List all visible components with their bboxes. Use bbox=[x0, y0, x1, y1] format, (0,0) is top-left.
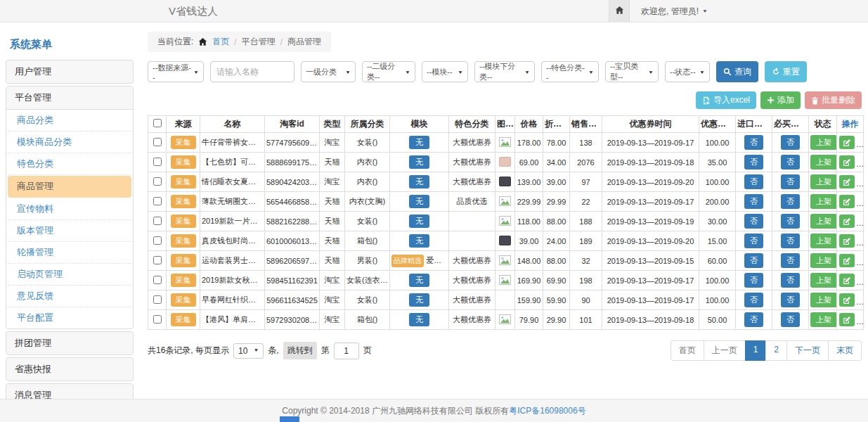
row-checkbox[interactable] bbox=[153, 315, 162, 324]
must-buy-toggle[interactable]: 否 bbox=[781, 155, 800, 170]
sidebar-group-header[interactable]: 省惠快报 bbox=[6, 358, 133, 381]
icp-link[interactable]: 粤ICP备16098006号 bbox=[509, 405, 585, 417]
goods-name: 2019新款女秋薄款... bbox=[200, 271, 265, 290]
edit-button[interactable] bbox=[839, 195, 855, 208]
sidebar-group-header[interactable]: 消息管理 bbox=[6, 384, 133, 399]
must-buy-toggle[interactable]: 否 bbox=[781, 293, 800, 307]
name-search-input[interactable] bbox=[210, 61, 294, 82]
page-button-2[interactable]: 2 bbox=[765, 340, 787, 361]
edit-button[interactable] bbox=[839, 215, 855, 228]
page-jump-input[interactable] bbox=[334, 343, 359, 359]
must-buy-toggle[interactable]: 否 bbox=[781, 234, 800, 248]
user-menu[interactable]: 欢迎您, 管理员! ▼ bbox=[641, 6, 708, 18]
sidebar-item[interactable]: 模块商品分类 bbox=[8, 132, 131, 153]
must-buy-toggle[interactable]: 否 bbox=[781, 214, 800, 229]
status-toggle[interactable]: 上架 bbox=[810, 312, 837, 327]
image-placeholder-icon bbox=[499, 258, 511, 267]
status-toggle[interactable]: 上架 bbox=[810, 234, 837, 248]
filter-select-5[interactable]: --特色分类--▼ bbox=[541, 61, 599, 82]
sidebar-item[interactable]: 启动页管理 bbox=[8, 264, 131, 286]
jump-prefix: 第 bbox=[321, 345, 330, 357]
import-select-toggle[interactable]: 否 bbox=[744, 155, 763, 170]
per-page-select[interactable]: 10 ▼ bbox=[233, 343, 264, 359]
status-toggle[interactable]: 上架 bbox=[810, 273, 837, 288]
import-excel-button[interactable]: 导入excel bbox=[696, 91, 756, 109]
filter-select-2[interactable]: --二级分类--▼ bbox=[362, 61, 415, 82]
goods-icon-cell bbox=[495, 290, 515, 310]
must-buy-toggle[interactable]: 否 bbox=[781, 135, 800, 150]
status-toggle[interactable]: 上架 bbox=[810, 214, 837, 229]
sidebar-item[interactable]: 轮播管理 bbox=[8, 242, 131, 264]
page-button-上一页[interactable]: 上一页 bbox=[704, 340, 746, 361]
batch-delete-button[interactable]: 批量删除 bbox=[805, 91, 862, 109]
edit-button[interactable] bbox=[839, 313, 855, 326]
sidebar-item[interactable]: 特色分类 bbox=[8, 153, 131, 175]
edit-button[interactable] bbox=[839, 254, 855, 267]
jump-to-button[interactable]: 跳转到 bbox=[283, 342, 317, 359]
import-select-toggle[interactable]: 否 bbox=[744, 253, 763, 268]
add-button[interactable]: 添加 bbox=[760, 91, 801, 109]
edit-button[interactable] bbox=[839, 175, 855, 188]
price: 118.00 bbox=[515, 212, 543, 231]
row-checkbox[interactable] bbox=[153, 256, 162, 264]
must-buy-toggle[interactable]: 否 bbox=[781, 312, 800, 327]
page-button-下一页[interactable]: 下一页 bbox=[786, 340, 829, 361]
status-toggle[interactable]: 上架 bbox=[810, 174, 837, 189]
sidebar-item[interactable]: 宣传物料 bbox=[8, 198, 131, 220]
home-button[interactable] bbox=[609, 0, 630, 23]
edit-button[interactable] bbox=[839, 293, 855, 307]
edit-button[interactable] bbox=[839, 155, 855, 169]
sidebar-group-header[interactable]: 平台管理 bbox=[6, 87, 133, 110]
import-select-toggle[interactable]: 否 bbox=[744, 194, 763, 209]
sidebar-item[interactable]: 商品分类 bbox=[8, 110, 131, 132]
sidebar-item[interactable]: 版本管理 bbox=[8, 220, 131, 242]
breadcrumb-home-link[interactable]: 首页 bbox=[212, 36, 229, 48]
query-button[interactable]: 查询 bbox=[716, 61, 758, 82]
status-toggle[interactable]: 上架 bbox=[810, 135, 837, 150]
import-select-toggle[interactable]: 否 bbox=[744, 273, 763, 288]
row-checkbox[interactable] bbox=[153, 158, 162, 166]
filter-select-3[interactable]: --模块--▼ bbox=[422, 61, 468, 82]
edit-button[interactable] bbox=[839, 274, 855, 287]
row-checkbox[interactable] bbox=[153, 217, 162, 225]
sidebar-item[interactable]: 商品管理 bbox=[8, 176, 131, 198]
row-checkbox[interactable] bbox=[153, 295, 162, 304]
sidebar-item[interactable]: 平台配置 bbox=[8, 307, 131, 328]
must-buy-toggle[interactable]: 否 bbox=[781, 194, 800, 209]
reset-button[interactable]: 重置 bbox=[765, 61, 807, 82]
edit-button[interactable] bbox=[839, 234, 855, 248]
import-select-toggle[interactable]: 否 bbox=[744, 234, 763, 248]
import-select-toggle[interactable]: 否 bbox=[744, 293, 763, 307]
must-buy-toggle[interactable]: 否 bbox=[781, 174, 800, 189]
sales-count: 97 bbox=[570, 172, 602, 192]
page-button-1[interactable]: 1 bbox=[745, 340, 767, 361]
import-select-toggle[interactable]: 否 bbox=[744, 214, 763, 229]
status-toggle[interactable]: 上架 bbox=[810, 253, 837, 268]
filter-select-4[interactable]: --模块下分类--▼ bbox=[474, 61, 535, 82]
sidebar-group-header[interactable]: 用户管理 bbox=[6, 60, 133, 83]
select-all-checkbox[interactable] bbox=[153, 119, 162, 127]
page-button-首页[interactable]: 首页 bbox=[671, 340, 704, 361]
edit-button[interactable] bbox=[839, 136, 855, 149]
filter-select-data-source[interactable]: --数据来源--▼ bbox=[148, 61, 204, 82]
must-buy-toggle[interactable]: 否 bbox=[781, 253, 800, 268]
status-toggle[interactable]: 上架 bbox=[810, 194, 837, 209]
import-select-toggle[interactable]: 否 bbox=[744, 174, 763, 189]
filter-select-6[interactable]: --宝贝类型--▼ bbox=[605, 61, 659, 82]
goods-icon-cell bbox=[495, 192, 515, 212]
filter-select-1[interactable]: 一级分类▼ bbox=[301, 61, 356, 82]
must-buy-toggle[interactable]: 否 bbox=[781, 273, 800, 288]
filter-select-7[interactable]: --状态--▼ bbox=[665, 61, 710, 82]
row-checkbox[interactable] bbox=[153, 177, 162, 186]
row-checkbox[interactable] bbox=[153, 236, 162, 245]
import-select-toggle[interactable]: 否 bbox=[744, 312, 763, 327]
status-toggle[interactable]: 上架 bbox=[810, 155, 837, 170]
status-toggle[interactable]: 上架 bbox=[810, 293, 837, 307]
import-select-toggle[interactable]: 否 bbox=[744, 135, 763, 150]
row-checkbox[interactable] bbox=[153, 276, 162, 284]
sidebar-group-header[interactable]: 拼团管理 bbox=[6, 332, 133, 354]
row-checkbox[interactable] bbox=[153, 138, 162, 146]
sidebar-item[interactable]: 意见反馈 bbox=[8, 286, 131, 307]
row-checkbox[interactable] bbox=[153, 197, 162, 205]
page-button-末页[interactable]: 末页 bbox=[828, 340, 862, 361]
